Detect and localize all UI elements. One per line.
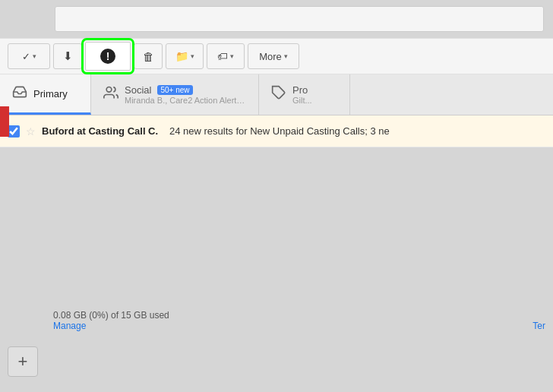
archive-button[interactable]: ⬇ [53,43,82,69]
chevron-down-icon: ▾ [284,52,288,60]
tab-primary-label: Primary [33,88,68,100]
svg-point-0 [106,87,112,93]
spam-button-highlight: ! [85,42,131,71]
trash-icon: 🗑 [143,50,154,63]
labels-button[interactable]: 🏷 ▾ [207,43,245,69]
tab-primary[interactable]: Primary [0,74,91,115]
tab-social[interactable]: Social 50+ new Miranda B., Care2 Action … [91,74,259,115]
storage-used-text: 0.08 GB (0%) of 15 GB used [53,310,169,321]
tab-social-sublabel: Miranda B., Care2 Action Alerts, Yelp... [125,96,246,105]
spam-icon: ! [100,49,115,64]
more-button[interactable]: More ▾ [248,43,299,69]
email-checkbox[interactable] [8,125,20,138]
tag-icon [271,85,286,104]
people-icon [103,85,118,104]
tab-promotions[interactable]: Pro Gilt... [259,74,350,115]
tab-promo-content: Pro Gilt... [292,84,312,105]
more-label: More [259,51,282,62]
delete-button[interactable]: 🗑 [134,43,163,69]
toolbar: ✓ ▾ ⬇ ! 🗑 📁 ▾ 🏷 ▾ More ▾ [0,38,553,74]
social-badge: 50+ new [157,85,192,95]
email-sender: Buford at Casting Call C. [42,125,163,137]
manage-link[interactable]: Manage [53,321,169,331]
storage-info: 0.08 GB (0%) of 15 GB used Manage [53,310,169,331]
account-indicator [0,106,9,137]
category-tabs: Primary Social 50+ new Miranda B., Care2… [0,74,553,115]
tab-social-label: Social [125,84,151,96]
tab-primary-content: Primary [33,88,68,100]
archive-icon: ⬇ [63,49,73,63]
email-list: ☆ Buford at Casting Call C. 24 new resul… [0,115,553,147]
tab-promo-sublabel: Gilt... [292,96,312,105]
search-input[interactable] [55,6,544,32]
checkmark-icon: ✓ [22,51,30,62]
table-row[interactable]: ☆ Buford at Casting Call C. 24 new resul… [0,115,553,147]
spam-button[interactable]: ! [85,42,131,71]
chevron-down-icon: ▾ [230,52,234,60]
tab-promo-label: Pro [292,84,308,96]
chevron-down-icon: ▾ [33,52,36,60]
move-to-button[interactable]: 📁 ▾ [166,43,204,69]
plus-icon: + [18,352,28,371]
folder-icon: 📁 [175,50,188,62]
select-all-button[interactable]: ✓ ▾ [8,43,50,69]
chevron-down-icon: ▾ [191,52,194,60]
email-subject: 24 new results for New Unpaid Casting Ca… [169,125,390,137]
ter-link[interactable]: Ter [532,321,545,331]
inbox-icon [12,84,27,103]
star-icon[interactable]: ☆ [26,125,36,138]
tab-social-content: Social 50+ new Miranda B., Care2 Action … [125,84,246,105]
label-icon: 🏷 [217,50,228,62]
add-account-button[interactable]: + [8,346,38,377]
search-area [0,0,553,38]
